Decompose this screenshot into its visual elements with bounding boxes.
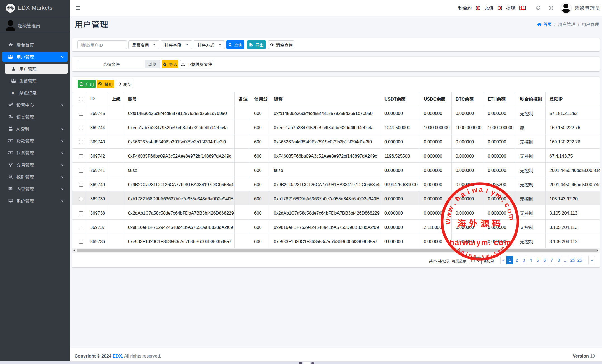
svg-text:h: h (453, 194, 462, 203)
svg-text:w: w (446, 205, 455, 213)
svg-text:海外源码: 海外源码 (457, 219, 504, 229)
svg-text:i: i (486, 186, 489, 194)
svg-text:i: i (478, 254, 480, 258)
svg-text:a: a (459, 190, 467, 199)
svg-text:a: a (479, 185, 483, 193)
svg-text:w: w (468, 252, 473, 258)
svg-text:o: o (506, 207, 515, 214)
svg-text:c: c (493, 250, 498, 255)
svg-text:.: . (490, 252, 493, 257)
svg-text:.: . (450, 200, 457, 207)
svg-text:i: i (466, 188, 471, 196)
svg-text:m: m (508, 213, 516, 221)
svg-text:w: w (444, 219, 452, 224)
svg-text:haiwaiym. com: haiwaiym. com (449, 238, 511, 247)
svg-text:i: i (465, 251, 468, 256)
svg-text:y: y (482, 254, 485, 259)
svg-text:a: a (473, 253, 476, 258)
svg-text:m: m (485, 253, 490, 258)
svg-text:w: w (471, 186, 478, 194)
svg-text:c: c (503, 201, 512, 209)
